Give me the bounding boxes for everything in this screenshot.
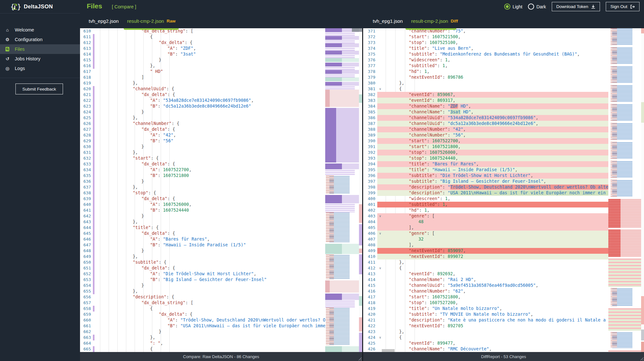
line-number[interactable]: 651	[80, 265, 93, 271]
line-number[interactable]: 624	[80, 109, 93, 115]
right-overview-ruler[interactable]	[641, 28, 644, 352]
line-number[interactable]: 394	[363, 161, 377, 167]
line-number[interactable]: 645	[80, 231, 93, 236]
line-number[interactable]: 649	[80, 254, 93, 260]
line-number[interactable]: 402	[363, 207, 377, 213]
line-number[interactable]: 422	[363, 323, 377, 329]
line-number[interactable]: 611	[80, 34, 93, 40]
line-number[interactable]: 386	[363, 115, 377, 121]
line-number[interactable]: 628	[80, 132, 93, 138]
line-number[interactable]: 414	[363, 277, 377, 283]
line-number[interactable]: 395	[363, 167, 377, 173]
line-number[interactable]: 654	[80, 283, 93, 288]
line-number[interactable]: 406	[363, 231, 377, 236]
line-number[interactable]: 372	[363, 34, 377, 40]
tab-tvh-epg1[interactable]: tvh_epg1.json	[373, 18, 403, 24]
line-number[interactable]: 633	[80, 161, 93, 167]
line-number[interactable]: 650	[80, 260, 93, 265]
line-number[interactable]: 637	[80, 184, 93, 190]
line-number[interactable]: 425	[363, 340, 377, 346]
line-number[interactable]: 620	[80, 86, 93, 92]
line-number[interactable]: 626	[80, 121, 93, 127]
line-number[interactable]: 410	[363, 254, 377, 260]
sidebar-item-logs[interactable]: ◎ Logs	[0, 64, 80, 73]
line-number[interactable]: 634	[80, 167, 93, 173]
sidebar-item-files[interactable]: Files	[0, 44, 80, 54]
line-number[interactable]: 392	[363, 150, 377, 155]
line-number[interactable]: 617	[80, 69, 93, 75]
line-number[interactable]: 642	[80, 213, 93, 219]
left-code-area[interactable]: 610"dx_delta_string": [611{612"dx_delta"…	[80, 28, 325, 352]
tab-result-cmp-2-diff[interactable]: result-cmp-2.json Diff	[411, 18, 458, 24]
line-number[interactable]: 653	[80, 277, 93, 283]
line-number[interactable]: 385	[363, 109, 377, 115]
line-number[interactable]: 417	[363, 294, 377, 300]
line-number[interactable]: 659	[80, 312, 93, 317]
line-number[interactable]: 635	[80, 173, 93, 179]
sign-out-button[interactable]: Sign Out	[606, 2, 640, 11]
line-number[interactable]: 662	[80, 329, 93, 335]
line-number[interactable]: 409	[363, 248, 377, 254]
line-number[interactable]: 657	[80, 300, 93, 306]
line-number[interactable]: 419	[363, 306, 377, 312]
fold-chevron-icon[interactable]: ∨	[377, 213, 383, 219]
line-number[interactable]: 381	[363, 86, 377, 92]
horizontal-scrollbar-thumb[interactable]	[382, 349, 395, 352]
line-number[interactable]: 656	[80, 294, 93, 300]
line-number[interactable]: 655	[80, 288, 93, 294]
line-number[interactable]: 384	[363, 103, 377, 109]
right-minimap[interactable]	[608, 28, 641, 352]
line-number[interactable]: 411	[363, 260, 377, 265]
line-number[interactable]: 412	[363, 265, 377, 271]
left-overview-ruler[interactable]	[359, 28, 362, 352]
line-number[interactable]: 661	[80, 323, 93, 329]
line-number[interactable]: 652	[80, 271, 93, 277]
line-number[interactable]: 641	[80, 207, 93, 213]
line-number[interactable]: 374	[363, 46, 377, 51]
line-number[interactable]: 621	[80, 92, 93, 98]
line-number[interactable]: 632	[80, 155, 93, 161]
line-number[interactable]: 408	[363, 242, 377, 248]
line-number[interactable]: 380	[363, 80, 377, 86]
line-number[interactable]: 415	[363, 283, 377, 288]
line-number[interactable]: 663	[80, 335, 93, 340]
submit-feedback-button[interactable]: Submit Feedback	[15, 84, 63, 94]
line-number[interactable]: 638	[80, 190, 93, 196]
line-number[interactable]: 373	[363, 40, 377, 46]
line-number[interactable]: 648	[80, 248, 93, 254]
line-number[interactable]: 426	[363, 346, 377, 352]
line-number[interactable]: 614	[80, 51, 93, 57]
line-number[interactable]: 413	[363, 271, 377, 277]
resize-grip-icon[interactable]	[639, 356, 643, 360]
line-number[interactable]: 643	[80, 219, 93, 225]
line-number[interactable]: 423	[363, 329, 377, 335]
line-number[interactable]: 418	[363, 300, 377, 306]
line-number[interactable]: 665	[80, 346, 93, 352]
line-number[interactable]: 377	[363, 63, 377, 69]
fold-chevron-icon[interactable]: ∨	[377, 86, 383, 92]
fold-chevron-icon[interactable]: ∨	[377, 335, 383, 340]
line-number[interactable]: 404	[363, 219, 377, 225]
line-number[interactable]: 630	[80, 144, 93, 150]
line-number[interactable]: 407	[363, 236, 377, 242]
line-number[interactable]: 640	[80, 202, 93, 207]
line-number[interactable]: 616	[80, 63, 93, 69]
line-number[interactable]: 612	[80, 40, 93, 46]
line-number[interactable]: 647	[80, 242, 93, 248]
line-number[interactable]: 401	[363, 202, 377, 207]
line-number[interactable]: 389	[363, 132, 377, 138]
line-number[interactable]: 613	[80, 46, 93, 51]
fold-chevron-icon[interactable]: ∨	[377, 265, 383, 271]
line-number[interactable]: 393	[363, 155, 377, 161]
sidebar-item-jobs-history[interactable]: ↺ Jobs History	[0, 54, 80, 64]
download-token-button[interactable]: Download Token	[552, 2, 600, 11]
theme-dark-radio[interactable]: Dark	[528, 4, 546, 10]
line-number[interactable]: 618	[80, 75, 93, 80]
line-number[interactable]: 420	[363, 312, 377, 317]
line-number[interactable]: 400	[363, 196, 377, 202]
line-number[interactable]: 631	[80, 150, 93, 155]
minimap-slider[interactable]	[352, 28, 359, 32]
line-number[interactable]: 625	[80, 115, 93, 121]
compare-breadcrumb[interactable]: [ Compare ]	[112, 4, 136, 9]
line-number[interactable]: 375	[363, 51, 377, 57]
